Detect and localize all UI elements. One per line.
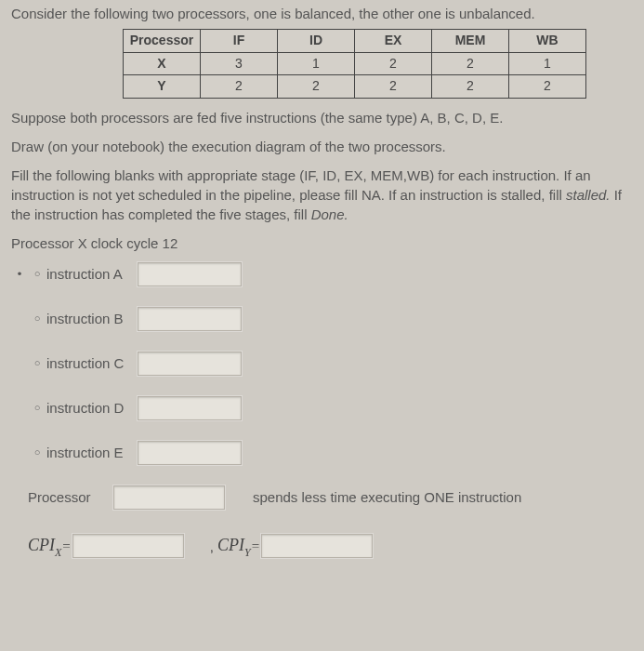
para-draw: Draw (on your notebook) the execution di… <box>11 137 635 156</box>
spends-text: spends less time executing ONE instructi… <box>253 487 521 507</box>
list-item: • ○ instruction A <box>11 262 635 286</box>
list-item: ○ instruction B <box>11 307 635 331</box>
circle-icon: ○ <box>28 267 46 281</box>
th-wb: WB <box>509 30 586 53</box>
list-item: ○ instruction E <box>11 441 635 465</box>
input-instruction-d[interactable] <box>138 396 242 420</box>
intro-text: Consider the following two processors, o… <box>11 4 635 23</box>
cell: 2 <box>278 75 355 99</box>
input-cpi-x[interactable] <box>72 534 184 558</box>
label-processor: Processor <box>11 487 113 507</box>
cell: 3 <box>201 52 278 75</box>
input-processor[interactable] <box>113 485 225 510</box>
table-row: X 3 1 2 2 1 <box>124 52 586 75</box>
cell: 1 <box>278 52 355 75</box>
para-suppose: Suppose both processors are fed five ins… <box>11 108 635 127</box>
label-instruction-c: instruction C <box>46 353 138 373</box>
cell: 2 <box>509 75 586 99</box>
cell: 2 <box>355 52 432 75</box>
label-cpi-y: CPIY= <box>217 534 261 559</box>
section-title: Processor X clock cycle 12 <box>11 233 635 253</box>
circle-icon: ○ <box>28 445 46 459</box>
cell: 2 <box>355 75 432 99</box>
input-instruction-b[interactable] <box>138 307 242 331</box>
th-ex: EX <box>355 30 432 53</box>
comma: , <box>210 537 214 556</box>
input-instruction-a[interactable] <box>138 262 242 286</box>
input-instruction-e[interactable] <box>138 441 242 465</box>
list-item: ○ instruction D <box>11 396 635 420</box>
th-processor: Processor <box>124 30 201 53</box>
label-instruction-d: instruction D <box>46 398 138 418</box>
cell: 2 <box>432 75 509 99</box>
table-row: Y 2 2 2 2 2 <box>124 75 586 99</box>
processor-table: Processor IF ID EX MEM WB X 3 1 2 2 1 Y … <box>123 29 586 99</box>
circle-icon: ○ <box>28 312 46 326</box>
cell: 2 <box>201 75 278 99</box>
label-instruction-a: instruction A <box>46 264 138 284</box>
circle-icon: ○ <box>28 401 46 415</box>
label-instruction-e: instruction E <box>46 443 138 462</box>
para-fill: Fill the following blanks with appropria… <box>11 166 635 224</box>
cell: X <box>124 52 201 75</box>
bullet-icon: • <box>11 266 28 283</box>
list-item: ○ instruction C <box>11 352 635 376</box>
label-instruction-b: instruction B <box>46 309 138 328</box>
cell: 2 <box>432 52 509 75</box>
th-if: IF <box>201 30 278 53</box>
input-cpi-y[interactable] <box>261 534 373 558</box>
cell: Y <box>124 75 201 99</box>
th-mem: MEM <box>432 30 509 53</box>
circle-icon: ○ <box>28 356 46 370</box>
cell: 1 <box>509 52 586 75</box>
th-id: ID <box>278 30 355 53</box>
label-cpi-x: CPIX= <box>28 534 72 559</box>
input-instruction-c[interactable] <box>138 352 242 376</box>
